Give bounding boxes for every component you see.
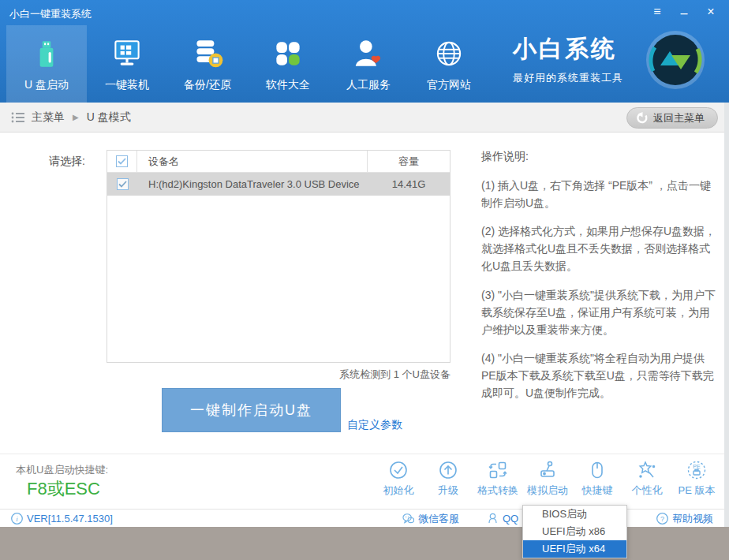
list-icon — [11, 111, 25, 124]
nav-label: 官方网站 — [427, 78, 471, 92]
tool-format-convert[interactable]: 格式转换 — [475, 460, 521, 498]
nav-item-backup-restore[interactable]: 备份/还原 — [167, 25, 248, 103]
globe-icon — [431, 35, 467, 72]
boot-mode-popup-menu: BIOS启动 UEFI启动 x86 UEFI启动 x64 — [522, 505, 627, 558]
back-to-main-menu-button[interactable]: 返回主菜单 — [626, 107, 718, 129]
nav-item-human-service[interactable]: 人工服务 — [328, 25, 409, 103]
brand: 小白系统 最好用的系统重装工具 — [513, 33, 623, 85]
svg-text:?: ? — [660, 515, 664, 523]
magic-star-icon — [637, 460, 657, 480]
brand-tagline: 最好用的系统重装工具 — [513, 71, 623, 85]
select-all-checkbox[interactable] — [116, 155, 128, 167]
device-row[interactable]: H:(hd2)Kingston DataTraveler 3.0 USB Dev… — [107, 173, 450, 196]
device-table: 设备名 容量 H:(hd2)Kingston DataTraveler 3.0 … — [107, 150, 450, 363]
tool-pe-version[interactable]: PE PE 版本 — [674, 460, 720, 498]
nav-label: 人工服务 — [346, 78, 391, 92]
tool-label: 快捷键 — [582, 483, 613, 498]
version-text: VER[11.5.47.1530] — [27, 513, 113, 525]
usb-drive-icon — [28, 35, 65, 72]
popup-item-bios[interactable]: BIOS启动 — [523, 506, 626, 523]
detect-status-text: 系统检测到 1 个U盘设备 — [107, 368, 450, 382]
help-label: 帮助视频 — [672, 512, 713, 526]
tool-label: 初始化 — [383, 483, 414, 498]
instructions-panel: 操作说明: (1) 插入U盘，右下角选择 “PE版本” ，点击一键制作启动U盘。… — [481, 150, 718, 413]
question-icon: ? — [656, 513, 668, 525]
apps-clover-icon — [270, 35, 306, 72]
nav-label: 一键装机 — [105, 78, 149, 92]
minimize-icon[interactable]: – — [677, 3, 691, 21]
window-right-edge — [724, 103, 729, 527]
back-button-label: 返回主菜单 — [653, 111, 705, 125]
hotkey-label: 本机U盘启动快捷键: — [16, 463, 108, 477]
tool-label: 格式转换 — [477, 483, 518, 498]
window-controls: ≡ – × — [650, 3, 718, 21]
tool-initialize[interactable]: 初始化 — [376, 460, 421, 498]
instruction-step: (2) 选择格式化方式，如果用户想保存U盘数据，就选择格式化U盘且不丢失数据，否… — [481, 222, 718, 274]
nav-item-usb-boot[interactable]: U 盘启动 — [6, 25, 87, 103]
nav-item-software-center[interactable]: 软件大全 — [248, 25, 328, 103]
popup-item-uefi-x64[interactable]: UEFI启动 x64 — [523, 540, 626, 558]
format-convert-icon — [488, 460, 508, 480]
wechat-label: 微信客服 — [418, 512, 459, 526]
window-title: 小白一键重装系统 — [9, 7, 92, 21]
nav-item-official-site[interactable]: 官方网站 — [409, 25, 489, 103]
column-capacity: 容量 — [368, 155, 450, 169]
select-label: 请选择: — [49, 155, 85, 169]
nav-label: U 盘启动 — [24, 78, 69, 92]
qq-label: QQ — [503, 513, 518, 525]
device-name: H:(hd2)Kingston DataTraveler 3.0 USB Dev… — [137, 173, 368, 196]
init-check-icon — [388, 460, 409, 480]
nav-label: 软件大全 — [266, 78, 310, 92]
main-nav: U 盘启动 一键装机 — [6, 25, 489, 103]
info-icon: i — [11, 513, 23, 525]
help-video[interactable]: ? 帮助视频 — [656, 510, 713, 528]
breadcrumb-caret-icon: ▶ — [73, 113, 79, 121]
breadcrumb-root[interactable]: 主菜单 — [32, 110, 65, 125]
qq-icon — [487, 513, 499, 525]
tool-label: 模拟启动 — [527, 483, 568, 498]
support-person-icon — [350, 35, 387, 72]
wechat-support[interactable]: 微信客服 — [402, 510, 459, 528]
instruction-step: (1) 插入U盘，右下角选择 “PE版本” ，点击一键制作启动U盘。 — [481, 177, 718, 211]
footer: 本机U盘启动快捷键: F8或ESC 初始化 升级 — [0, 454, 729, 509]
device-capacity: 14.41G — [368, 178, 450, 190]
pe-version-icon: PE — [686, 460, 707, 480]
breadcrumb: 主菜单 ▶ U 盘模式 返回主菜单 — [0, 103, 729, 133]
tool-upgrade[interactable]: 升级 — [425, 460, 471, 498]
svg-text:PE: PE — [693, 464, 701, 469]
brand-logo-icon — [645, 30, 705, 90]
version-info: i VER[11.5.47.1530] — [11, 510, 113, 528]
device-table-header: 设备名 容量 — [107, 151, 450, 173]
instruction-step: (4) "小白一键重装系统"将全程自动为用户提供PE版本下载及系统下载至U盘，只… — [481, 349, 718, 401]
nav-item-one-click-install[interactable]: 一键装机 — [87, 25, 167, 103]
brand-name: 小白系统 — [513, 33, 623, 65]
nav-label: 备份/还原 — [184, 78, 231, 92]
header: 小白一键重装系统 ≡ – × U 盘启动 — [0, 0, 729, 103]
wechat-icon — [402, 513, 414, 525]
svg-text:i: i — [16, 515, 18, 523]
back-arrow-icon — [635, 112, 649, 124]
menu-icon[interactable]: ≡ — [650, 3, 664, 21]
tool-hotkey[interactable]: 快捷键 — [574, 460, 620, 498]
monitor-icon — [109, 35, 145, 72]
breadcrumb-current: U 盘模式 — [87, 110, 131, 125]
column-device-name: 设备名 — [137, 151, 368, 172]
footer-toolbar: 初始化 升级 格式转换 模拟 — [376, 460, 720, 498]
titlebar: 小白一键重装系统 ≡ – × — [0, 0, 729, 25]
app-window: 小白一键重装系统 ≡ – × U 盘启动 — [0, 0, 729, 527]
custom-params-link[interactable]: 自定义参数 — [347, 418, 402, 432]
tool-simulate-boot[interactable]: 模拟启动 — [525, 460, 570, 498]
tool-label: 升级 — [438, 483, 458, 498]
upgrade-arrow-icon — [438, 460, 458, 480]
qq-support[interactable]: QQ — [487, 510, 518, 528]
instructions-title: 操作说明: — [481, 150, 718, 164]
database-icon — [189, 35, 226, 72]
tool-personalize[interactable]: 个性化 — [624, 460, 670, 498]
instruction-step: (3) "小白一键重装系统"提供系统下载，为用户下载系统保存至U盘，保证用户有系… — [481, 286, 718, 338]
popup-item-uefi-x86[interactable]: UEFI启动 x86 — [523, 523, 626, 540]
close-icon[interactable]: × — [704, 3, 718, 21]
device-checkbox[interactable] — [117, 178, 129, 190]
hotkey-value: F8或ESC — [27, 477, 100, 501]
mouse-icon — [587, 460, 608, 480]
make-boot-usb-button[interactable]: 一键制作启动U盘 — [162, 388, 341, 432]
